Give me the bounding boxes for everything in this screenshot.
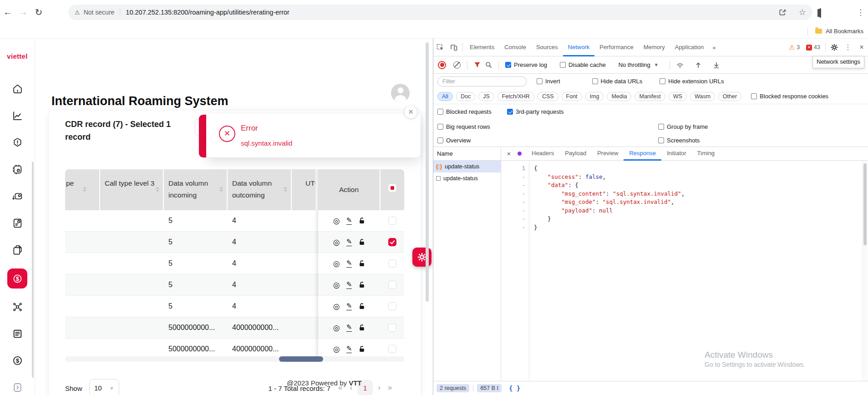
panel-tab-headers[interactable]: Headers	[526, 147, 559, 161]
tab-console[interactable]: Console	[499, 39, 531, 56]
select-all-checkbox[interactable]	[388, 184, 396, 192]
overview-option[interactable]: Overview	[437, 137, 471, 144]
row-checkbox[interactable]	[388, 281, 396, 289]
view-icon[interactable]: ◎	[333, 238, 340, 246]
filter-chip-other[interactable]: Other	[718, 92, 741, 101]
sidebar-item-note-text[interactable]	[7, 325, 27, 342]
blocked-cookies-option[interactable]: Blocked response cookies	[751, 93, 828, 100]
lock-icon[interactable]	[358, 303, 365, 310]
sidebar-item-home[interactable]	[7, 81, 27, 97]
sidebar-item-cpu-settings[interactable]	[7, 161, 27, 178]
filter-chip-css[interactable]: CSS	[538, 92, 558, 101]
share-icon[interactable]	[779, 8, 787, 16]
toast-close-icon[interactable]: ✕	[405, 106, 417, 118]
filter-chip-wasm[interactable]: Wasm	[690, 92, 715, 101]
format-braces-icon[interactable]: { }	[509, 385, 520, 392]
side-panel-icon[interactable]	[819, 9, 821, 17]
preserve-log-checkbox[interactable]	[505, 62, 511, 68]
devtools-settings-icon[interactable]	[827, 39, 841, 56]
all-bookmarks[interactable]: All Bookmarks	[826, 28, 863, 35]
panel-tab-timing[interactable]: Timing	[692, 147, 721, 161]
code-lines[interactable]: { "success": false, "data": { "msg_conte…	[534, 164, 685, 232]
view-icon[interactable]: ◎	[333, 260, 340, 268]
filter-chip-media[interactable]: Media	[607, 92, 631, 101]
edit-icon[interactable]: ✎	[346, 259, 352, 268]
filter-chip-font[interactable]: Font	[562, 92, 582, 101]
request-row[interactable]: update-status	[433, 172, 501, 184]
sidebar-item-file-clock[interactable]	[7, 215, 27, 232]
filter-chip-manifest[interactable]: Manifest	[635, 92, 665, 101]
sidebar-item-copy-files[interactable]	[7, 242, 27, 258]
tab-memory[interactable]: Memory	[639, 39, 670, 56]
devtools-close-icon[interactable]: ×	[855, 39, 868, 56]
view-icon[interactable]: ◎	[333, 345, 340, 353]
filter-chip-img[interactable]: Img	[585, 92, 604, 101]
panel-tab-response[interactable]: Response	[624, 147, 661, 161]
filter-chip-js[interactable]: JS	[478, 92, 494, 101]
sidebar-item-dollar-badge[interactable]	[7, 268, 27, 289]
user-avatar[interactable]	[391, 84, 410, 102]
disable-cache-option[interactable]: Disable cache	[560, 61, 606, 68]
device-toolbar-icon[interactable]	[447, 39, 461, 56]
export-har-icon[interactable]	[713, 61, 720, 69]
filter-funnel-icon[interactable]	[474, 61, 481, 68]
hide-extension-urls-option[interactable]: Hide extension URLs	[660, 78, 724, 85]
hide-extension-urls-checkbox[interactable]	[660, 78, 665, 84]
screenshots-checkbox[interactable]	[658, 137, 664, 143]
preserve-log-option[interactable]: Preserve log	[505, 61, 547, 68]
sidebar-item-alert-hexagon[interactable]	[7, 134, 27, 151]
lock-icon[interactable]	[358, 238, 365, 246]
view-icon[interactable]: ◎	[333, 324, 340, 332]
forward-button[interactable]: →	[15, 7, 31, 17]
third-party-checkbox[interactable]	[507, 109, 513, 115]
lock-icon[interactable]	[358, 324, 365, 331]
record-icon[interactable]	[438, 61, 446, 69]
column-header[interactable]: Call type level 3	[100, 169, 164, 210]
last-page-button[interactable]: »	[386, 381, 394, 394]
errors-badge[interactable]: ✕ 43	[806, 44, 820, 51]
sidebar-item-network-nodes[interactable]	[7, 299, 27, 315]
edit-icon[interactable]: ✎	[346, 238, 352, 247]
big-request-rows-option[interactable]: Big request rows	[437, 123, 490, 130]
filter-chip-ws[interactable]: WS	[669, 92, 687, 101]
sidebar-item-dollar-circle[interactable]	[7, 352, 27, 369]
edit-icon[interactable]: ✎	[346, 217, 352, 225]
row-checkbox[interactable]	[388, 324, 396, 332]
screenshots-option[interactable]: Screenshots	[658, 137, 700, 144]
page-scrollbar[interactable]	[425, 39, 430, 395]
clear-icon[interactable]	[453, 61, 461, 69]
reload-button[interactable]: ↻	[31, 7, 46, 18]
column-header[interactable]: Data volumn outcoming	[228, 169, 292, 210]
sort-icon[interactable]	[284, 187, 287, 192]
tab-elements[interactable]: Elements	[465, 39, 499, 56]
blocked-requests-option[interactable]: Blocked requests	[437, 108, 492, 115]
column-header[interactable]: Data volumn incoming	[164, 169, 228, 210]
bookmark-star-icon[interactable]: ☆	[799, 7, 806, 17]
invert-checkbox[interactable]	[537, 78, 543, 84]
devtools-menu-icon[interactable]: ⋮	[841, 39, 855, 56]
tab-performance[interactable]: Performance	[594, 39, 638, 56]
panel-tab-initiator[interactable]: Initiator	[661, 147, 692, 161]
sidebar-scrollbar[interactable]	[32, 162, 34, 378]
back-button[interactable]: ←	[0, 7, 15, 17]
browser-menu-icon[interactable]: ⋮	[857, 8, 864, 17]
table-hscrollbar-track[interactable]	[65, 356, 404, 362]
edit-icon[interactable]: ✎	[346, 281, 352, 289]
edit-icon[interactable]: ✎	[346, 302, 352, 311]
overview-checkbox[interactable]	[437, 137, 443, 143]
blocked-cookies-checkbox[interactable]	[751, 93, 757, 99]
response-scrollbar[interactable]	[862, 161, 868, 381]
invert-option[interactable]: Invert	[537, 78, 560, 85]
warnings-badge[interactable]: ⚠ 3	[789, 44, 800, 51]
filter-chip-fetchxhr[interactable]: Fetch/XHR	[497, 92, 534, 101]
page-scrollbar-thumb[interactable]	[426, 42, 429, 302]
tab-sources[interactable]: Sources	[531, 39, 563, 56]
view-icon[interactable]: ◎	[333, 281, 340, 289]
hide-data-urls-option[interactable]: Hide data URLs	[592, 78, 643, 85]
filter-chip-all[interactable]: All	[437, 92, 453, 101]
hide-data-urls-checkbox[interactable]	[592, 78, 598, 84]
panel-tab-preview[interactable]: Preview	[592, 147, 624, 161]
row-checkbox[interactable]	[388, 217, 396, 225]
edit-icon[interactable]: ✎	[346, 345, 352, 354]
address-bar[interactable]: ⚠ Not secure 10.207.252.135:8200/roaming…	[68, 5, 812, 20]
